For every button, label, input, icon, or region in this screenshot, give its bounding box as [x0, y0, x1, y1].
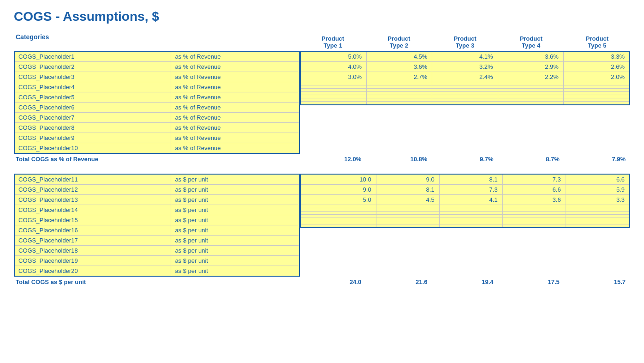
table-row: COGS_Placeholder1as % of Revenue	[14, 51, 299, 62]
value-cell	[367, 92, 432, 95]
total-label: Total COGS as $ per unit	[14, 277, 300, 287]
value-cell	[498, 85, 563, 89]
row-name-cell: COGS_Placeholder6	[14, 103, 171, 113]
section1-left-table: COGS_Placeholder1as % of RevenueCOGS_Pla…	[14, 51, 300, 154]
value-cell	[376, 212, 439, 215]
table-row: COGS_Placeholder15as $ per unit	[14, 215, 299, 225]
value-cell	[300, 85, 367, 89]
product-header: ProductType 2	[366, 33, 432, 51]
value-cell	[566, 208, 630, 212]
value-cell	[432, 82, 498, 85]
table-row	[300, 82, 630, 85]
value-cell	[566, 221, 630, 224]
product-header: ProductType 3	[432, 33, 498, 51]
value-cell: 2.9%	[498, 62, 563, 72]
value-cell	[367, 82, 432, 85]
table-row	[300, 95, 630, 98]
row-type-cell: as $ per unit	[171, 246, 299, 256]
value-cell	[300, 218, 376, 221]
value-cell: 7.3	[502, 174, 566, 185]
value-cell: 2.4%	[432, 72, 498, 82]
row-type-cell: as % of Revenue	[171, 82, 299, 92]
value-cell	[300, 215, 376, 218]
value-cell	[498, 92, 563, 95]
row-name-cell: COGS_Placeholder19	[14, 256, 171, 266]
row-type-cell: as $ per unit	[171, 185, 299, 195]
value-cell	[300, 95, 367, 98]
table-row: COGS_Placeholder3as % of Revenue	[14, 72, 299, 82]
row-name-cell: COGS_Placeholder15	[14, 215, 171, 225]
total-value-cell: 15.7	[564, 277, 630, 287]
table-row	[300, 89, 630, 92]
section2-right-table: 10.09.08.17.36.69.08.17.36.65.95.04.54.1…	[300, 174, 630, 228]
value-cell: 5.0%	[300, 51, 367, 62]
value-cell	[300, 89, 367, 92]
table-row: COGS_Placeholder19as $ per unit	[14, 256, 299, 266]
table-row: COGS_Placeholder16as $ per unit	[14, 225, 299, 236]
table-row	[300, 102, 630, 105]
value-cell	[432, 89, 498, 92]
value-cell	[439, 205, 502, 208]
value-cell: 3.6%	[498, 51, 563, 62]
row-type-cell: as $ per unit	[171, 236, 299, 246]
value-cell: 5.0	[300, 195, 376, 205]
table-row	[300, 92, 630, 95]
value-cell	[566, 212, 630, 215]
value-cell	[498, 98, 563, 102]
value-cell: 4.5%	[367, 51, 432, 62]
table-row: 5.0%4.5%4.1%3.6%3.3%	[300, 51, 630, 62]
value-cell: 4.1%	[432, 51, 498, 62]
table-row: 9.08.17.36.65.9	[300, 185, 630, 195]
table-row: COGS_Placeholder4as % of Revenue	[14, 82, 299, 92]
value-cell	[300, 208, 376, 212]
product-header: ProductType 5	[564, 33, 630, 51]
value-cell: 5.9	[566, 185, 630, 195]
value-cell	[432, 95, 498, 98]
row-name-cell: COGS_Placeholder1	[14, 51, 171, 62]
value-cell	[566, 215, 630, 218]
value-cell	[502, 224, 566, 228]
value-cell	[300, 224, 376, 228]
value-cell	[563, 82, 630, 85]
row-name-cell: COGS_Placeholder2	[14, 62, 171, 72]
table-row	[300, 224, 630, 228]
section1-right-table: 5.0%4.5%4.1%3.6%3.3%4.0%3.6%3.2%2.9%2.6%…	[300, 51, 630, 105]
value-cell	[502, 218, 566, 221]
product-header: ProductType 1	[300, 33, 366, 51]
table-row: COGS_Placeholder8as % of Revenue	[14, 123, 299, 133]
table-row: COGS_Placeholder11as $ per unit	[14, 174, 299, 185]
row-type-cell: as $ per unit	[171, 215, 299, 225]
value-cell	[502, 208, 566, 212]
value-cell	[566, 218, 630, 221]
table-row	[300, 221, 630, 224]
table-row	[300, 218, 630, 221]
table-row	[300, 85, 630, 89]
value-cell	[367, 98, 432, 102]
value-cell	[439, 215, 502, 218]
value-cell	[563, 85, 630, 89]
table-row: COGS_Placeholder5as % of Revenue	[14, 92, 299, 103]
value-cell: 7.3	[439, 185, 502, 195]
value-cell	[367, 89, 432, 92]
value-cell	[502, 212, 566, 215]
table-row: 5.04.54.13.63.3	[300, 195, 630, 205]
table-row: COGS_Placeholder12as $ per unit	[14, 185, 299, 195]
value-cell	[502, 215, 566, 218]
value-cell	[502, 205, 566, 208]
total-value-cell: 8.7%	[498, 154, 564, 164]
row-name-cell: COGS_Placeholder13	[14, 195, 171, 205]
value-cell	[300, 98, 367, 102]
value-cell	[376, 221, 439, 224]
value-cell	[439, 212, 502, 215]
row-type-cell: as % of Revenue	[171, 92, 299, 103]
value-cell: 2.7%	[367, 72, 432, 82]
table-row: COGS_Placeholder13as $ per unit	[14, 195, 299, 205]
value-cell	[498, 95, 563, 98]
value-cell	[566, 205, 630, 208]
value-cell	[566, 224, 630, 228]
row-type-cell: as % of Revenue	[171, 113, 299, 123]
value-cell	[300, 212, 376, 215]
table-row	[300, 205, 630, 208]
row-name-cell: COGS_Placeholder7	[14, 113, 171, 123]
table-row: COGS_Placeholder20as $ per unit	[14, 266, 299, 277]
